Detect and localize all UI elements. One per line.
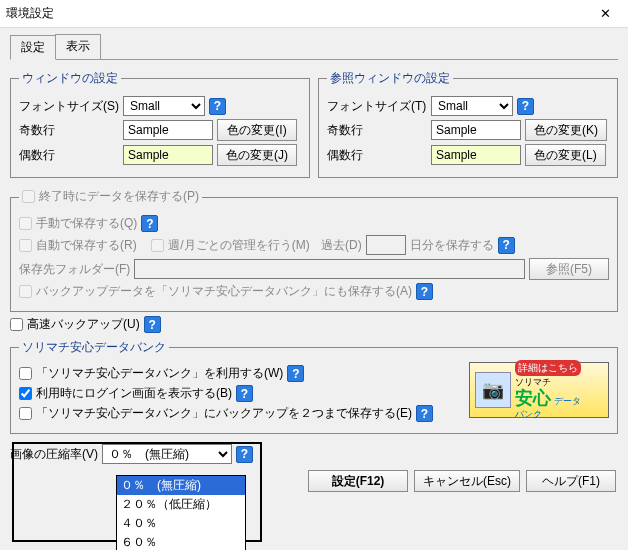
close-icon: ✕ bbox=[600, 6, 611, 21]
two-copies-checkbox[interactable]: 「ソリマチ安心データバンク」にバックアップを２つまで保存する(E) bbox=[19, 405, 412, 422]
window-settings-group: ウィンドウの設定 フォントサイズ(S) Small ? 奇数行 Sample 色… bbox=[10, 70, 310, 178]
ad-big: 安心 bbox=[515, 388, 551, 408]
compression-option[interactable]: ２０％（低圧縮） bbox=[117, 495, 245, 514]
save-on-exit-group: 終了時にデータを保存する(P) 手動で保存する(Q) ? 自動で保存する(R) … bbox=[10, 188, 618, 312]
compression-label: 画像の圧縮率(V) bbox=[10, 446, 98, 463]
help-icon[interactable]: ? bbox=[236, 446, 253, 463]
ref-even-row-label: 偶数行 bbox=[327, 147, 427, 164]
tabs: 設定 表示 bbox=[10, 34, 618, 60]
ref-even-row-sample: Sample bbox=[431, 145, 521, 165]
font-size-select[interactable]: Small bbox=[123, 96, 205, 116]
compression-option[interactable]: ４０％ bbox=[117, 514, 245, 533]
help-icon[interactable]: ? bbox=[287, 365, 304, 382]
past-label: 過去(D) bbox=[321, 237, 362, 254]
ref-odd-row-color-button[interactable]: 色の変更(K) bbox=[525, 119, 607, 141]
ref-even-row-color-button[interactable]: 色の変更(L) bbox=[525, 144, 606, 166]
databank-ad[interactable]: 📷 詳細はこちら ソリマチ 安心 データ バンク bbox=[469, 362, 609, 418]
auto-save-checkbox: 自動で保存する(R) bbox=[19, 237, 137, 254]
login-screen-checkbox[interactable]: 利用時にログイン画面を表示する(B) bbox=[19, 385, 232, 402]
ref-window-settings-legend: 参照ウィンドウの設定 bbox=[327, 70, 453, 87]
use-databank-checkbox[interactable]: 「ソリマチ安心データバンク」を利用する(W) bbox=[19, 365, 283, 382]
ref-odd-row-sample: Sample bbox=[431, 120, 521, 140]
ref-window-settings-group: 参照ウィンドウの設定 フォントサイズ(T) Small ? 奇数行 Sample… bbox=[318, 70, 618, 178]
compression-option[interactable]: ０％ (無圧縮) bbox=[117, 476, 245, 495]
help-icon[interactable]: ? bbox=[416, 283, 433, 300]
compression-select[interactable]: ０％ (無圧縮) bbox=[102, 444, 232, 464]
even-row-label: 偶数行 bbox=[19, 147, 119, 164]
past-days-input bbox=[366, 235, 406, 255]
window-settings-legend: ウィンドウの設定 bbox=[19, 70, 121, 87]
cancel-button[interactable]: キャンセル(Esc) bbox=[414, 470, 520, 492]
browse-button: 参照(F5) bbox=[529, 258, 609, 280]
title-bar: 環境設定 ✕ bbox=[0, 0, 628, 28]
close-button[interactable]: ✕ bbox=[588, 3, 622, 25]
set-button[interactable]: 設定(F12) bbox=[308, 470, 408, 492]
save-folder-label: 保存先フォルダー(F) bbox=[19, 261, 130, 278]
databank-group: ソリマチ安心データバンク 「ソリマチ安心データバンク」を利用する(W) ? 利用… bbox=[10, 339, 618, 434]
compression-option[interactable]: ６０％ bbox=[117, 533, 245, 550]
compression-dropdown-list[interactable]: ０％ (無圧縮)２０％（低圧縮）４０％６０％８０％９９％（最高圧縮） bbox=[116, 475, 246, 550]
ad-tag: 詳細はこちら bbox=[515, 360, 581, 376]
manual-save-checkbox: 手動で保存する(Q) bbox=[19, 215, 137, 232]
camera-icon: 📷 bbox=[475, 372, 511, 408]
help-icon[interactable]: ? bbox=[209, 98, 226, 115]
help-icon[interactable]: ? bbox=[416, 405, 433, 422]
help-icon[interactable]: ? bbox=[517, 98, 534, 115]
font-size-label: フォントサイズ(S) bbox=[19, 98, 119, 115]
save-folder-input bbox=[134, 259, 525, 279]
odd-row-label: 奇数行 bbox=[19, 122, 119, 139]
save-on-exit-checkbox[interactable]: 終了時にデータを保存する(P) bbox=[22, 188, 199, 205]
help-icon[interactable]: ? bbox=[144, 316, 161, 333]
ref-odd-row-label: 奇数行 bbox=[327, 122, 427, 139]
days-suffix: 日分を保存する bbox=[410, 237, 494, 254]
weekly-manage-checkbox: 週/月ごとの管理を行う(M) bbox=[151, 237, 309, 254]
help-icon[interactable]: ? bbox=[236, 385, 253, 402]
tab-settings[interactable]: 設定 bbox=[10, 35, 56, 60]
odd-row-color-button[interactable]: 色の変更(I) bbox=[217, 119, 297, 141]
help-button[interactable]: ヘルプ(F1) bbox=[526, 470, 616, 492]
also-databank-checkbox: バックアップデータを「ソリマチ安心データバンク」にも保存する(A) bbox=[19, 283, 412, 300]
odd-row-sample: Sample bbox=[123, 120, 213, 140]
tab-display[interactable]: 表示 bbox=[55, 34, 101, 59]
help-icon[interactable]: ? bbox=[141, 215, 158, 232]
even-row-color-button[interactable]: 色の変更(J) bbox=[217, 144, 297, 166]
ref-font-size-label: フォントサイズ(T) bbox=[327, 98, 427, 115]
ref-font-size-select[interactable]: Small bbox=[431, 96, 513, 116]
even-row-sample: Sample bbox=[123, 145, 213, 165]
help-icon[interactable]: ? bbox=[498, 237, 515, 254]
window-title: 環境設定 bbox=[6, 5, 54, 22]
fast-backup-checkbox[interactable]: 高速バックアップ(U) bbox=[10, 316, 140, 333]
databank-legend: ソリマチ安心データバンク bbox=[19, 339, 169, 356]
